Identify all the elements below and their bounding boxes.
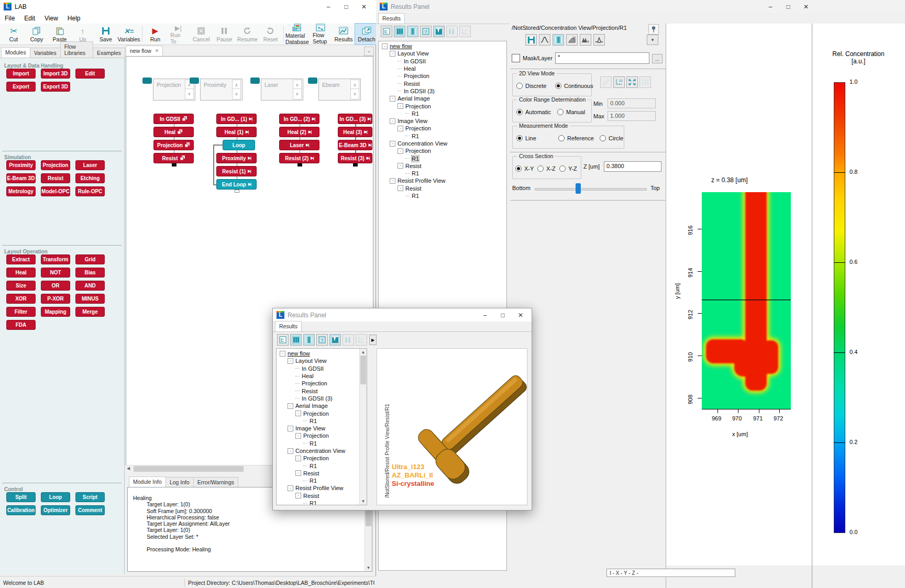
twin-bars-button[interactable]: [446, 26, 458, 37]
mask-layer-input[interactable]: *: [555, 52, 649, 64]
tree-item-in-gdsii[interactable]: In GDSII: [279, 365, 367, 372]
tree-item-r1[interactable]: R1: [381, 132, 506, 140]
sidebar-tab-modules[interactable]: Modules: [1, 47, 30, 58]
tree-item-resist[interactable]: Resist: [381, 80, 506, 87]
tree-item-layout-view[interactable]: -Layout View: [279, 357, 367, 364]
tree-item-r1[interactable]: R1: [279, 462, 367, 469]
group-combo-ebeam[interactable]: Ebeam∧∨: [318, 79, 361, 101]
radio-xz[interactable]: X-Z: [537, 165, 556, 172]
module-button-merge[interactable]: Merge: [75, 307, 105, 317]
maximize-button[interactable]: □: [337, 1, 355, 13]
toolbar-pause-button[interactable]: Pause: [213, 24, 236, 45]
axes-2d-button[interactable]: 2D: [613, 76, 625, 88]
module-button-export[interactable]: Export: [6, 82, 36, 92]
sidebar-tab-variables[interactable]: Variables: [30, 48, 61, 58]
template-button[interactable]: ?: [316, 334, 328, 346]
flow-node-projection[interactable]: Projection: [153, 140, 194, 150]
mask-layer-more-button[interactable]: ...: [652, 54, 663, 63]
module-button-minus[interactable]: MINUS: [75, 294, 105, 304]
group-combo-projection[interactable]: Projection∧∨: [153, 79, 195, 101]
twin-peaks-button[interactable]: [580, 34, 591, 46]
tree-item-image-view[interactable]: -Image View: [381, 117, 506, 125]
spin-down-icon[interactable]: ∨: [293, 88, 302, 99]
tree-item-r1[interactable]: R1: [381, 110, 506, 117]
tree-collapse-icon[interactable]: -: [295, 493, 301, 498]
scroll-left-icon[interactable]: ◀: [127, 466, 130, 471]
toolbar-run-button[interactable]: ▶Run: [144, 24, 167, 45]
menu-edit[interactable]: Edit: [19, 13, 40, 24]
module-button-not[interactable]: NOT: [41, 268, 70, 278]
tree-item-new-flow[interactable]: -new flow: [381, 42, 506, 50]
module-button-size[interactable]: Size: [6, 281, 36, 291]
radio-automatic[interactable]: Automatic: [516, 109, 551, 115]
resist-profile-button[interactable]: [329, 334, 341, 346]
tree-collapse-icon[interactable]: -: [390, 96, 395, 102]
tree-collapse-icon[interactable]: -: [288, 426, 293, 431]
tree-item-resist[interactable]: -Resist: [381, 185, 506, 192]
template-button[interactable]: ?: [420, 26, 432, 37]
tree-item-projection[interactable]: -Projection: [381, 102, 506, 109]
module-button-heal[interactable]: Heal: [6, 268, 36, 278]
radio-line[interactable]: Line: [516, 135, 536, 141]
tree-collapse-icon[interactable]: -: [288, 403, 293, 409]
tree-item-in-gdsii-3[interactable]: In GDSII (3): [279, 395, 367, 402]
toolbar-results-button[interactable]: Results: [332, 24, 355, 45]
results-close-button[interactable]: ✕: [797, 1, 815, 13]
floating-titlebar[interactable]: L Results Panel – □ ✕: [273, 308, 532, 321]
radio-xy[interactable]: X-Y: [515, 165, 534, 172]
tree-collapse-icon[interactable]: -: [295, 470, 301, 476]
tree-item-projection[interactable]: -Projection: [381, 125, 506, 132]
toolbar-save-button[interactable]: Save: [94, 24, 117, 45]
concentration-heatmap[interactable]: [702, 192, 791, 409]
tree-item-r1[interactable]: R1: [381, 170, 506, 177]
z-input[interactable]: 0.3800: [604, 161, 661, 172]
tree-item-in-gdsii[interactable]: In GDSII: [381, 58, 506, 65]
module-button-mapping[interactable]: Mapping: [41, 307, 70, 317]
tree-collapse-icon[interactable]: -: [398, 185, 403, 191]
module-button-edit[interactable]: Edit: [75, 69, 105, 79]
toolbar-run-to-button[interactable]: ▶|Run To: [167, 24, 190, 45]
menu-view[interactable]: View: [40, 13, 63, 24]
flow-tab-close-icon[interactable]: ✕: [155, 48, 159, 53]
tree-collapse-icon[interactable]: -: [390, 51, 395, 57]
tree-collapse-icon[interactable]: -: [382, 43, 388, 49]
flow-node-end-loop[interactable]: End Loop▶|: [216, 179, 257, 190]
module-button-script[interactable]: Script: [75, 492, 105, 502]
toolbar-reset-button[interactable]: Reset: [259, 24, 282, 45]
flow-node-loop[interactable]: Loop: [223, 140, 255, 150]
module-button-and[interactable]: AND: [75, 281, 105, 291]
tree-collapse-icon[interactable]: -: [390, 118, 395, 124]
comment-bubble-icon[interactable]: [308, 77, 317, 84]
module-button-extract[interactable]: Extract: [6, 254, 36, 264]
canvas-collapse-button[interactable]: ⌄: [364, 47, 374, 56]
z-slider-thumb[interactable]: [576, 183, 581, 194]
module-button-model-opc[interactable]: Model-OPC: [41, 186, 70, 196]
radio-circle[interactable]: Circle: [600, 135, 623, 141]
tree-item-concentration-view[interactable]: -Concentration View: [381, 140, 506, 147]
module-button-laser[interactable]: Laser: [75, 160, 105, 170]
flow-node-resist-2[interactable]: Resist (2)▶|: [279, 153, 319, 163]
module-button-transform[interactable]: Transform: [41, 254, 70, 264]
tree-item-aerial-image[interactable]: -Aerial Image: [279, 402, 367, 409]
flow-node-in-gd-1[interactable]: In GD... (1)▶|: [216, 114, 257, 124]
module-button-resist[interactable]: Resist: [41, 173, 70, 183]
gradient-button[interactable]: [303, 334, 315, 346]
floating-expand-button[interactable]: ▶: [369, 335, 377, 345]
comment-bubble-icon[interactable]: [190, 77, 199, 84]
swirl-button[interactable]: [600, 76, 612, 88]
toolbar-cancel-button[interactable]: ✕Cancel: [190, 24, 213, 45]
mask-layer-checkbox[interactable]: [512, 54, 520, 62]
module-button-rule-opc[interactable]: Rule-OPC: [75, 186, 105, 196]
comment-bubble-icon[interactable]: [142, 77, 152, 84]
spin-down-icon[interactable]: ∨: [185, 88, 194, 99]
module-button-bias[interactable]: Bias: [75, 268, 105, 278]
tree-item-resist[interactable]: -Resist: [279, 492, 367, 500]
results-maximize-button[interactable]: □: [779, 1, 797, 13]
pin-icon[interactable]: [648, 24, 659, 35]
radio-reference[interactable]: Reference: [558, 135, 594, 141]
tree-collapse-icon[interactable]: -: [390, 178, 395, 184]
module-button-comment[interactable]: Comment: [75, 505, 105, 515]
tree-collapse-icon[interactable]: -: [390, 141, 395, 147]
gradient-button[interactable]: [407, 26, 418, 37]
flow-node-heal[interactable]: Heal: [153, 127, 194, 137]
